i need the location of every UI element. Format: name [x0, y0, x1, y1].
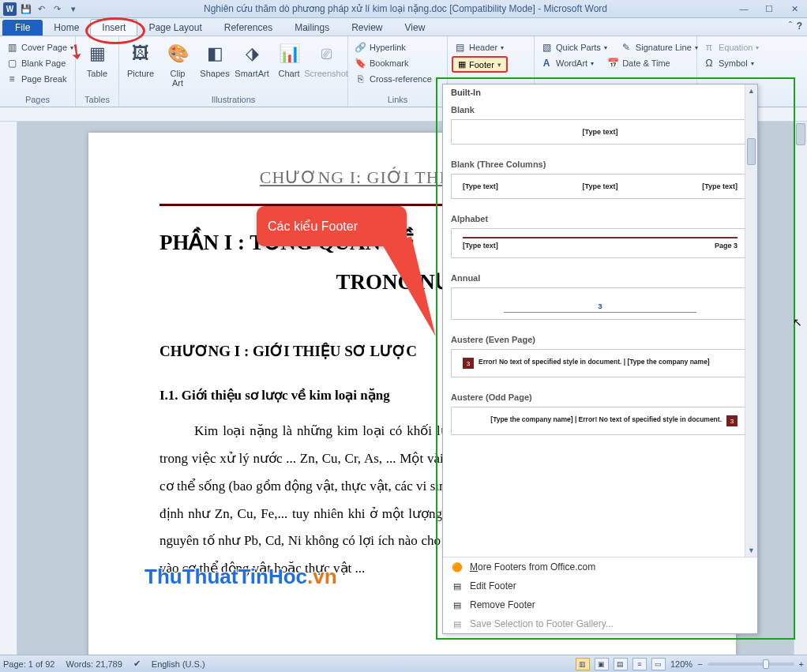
remove-icon: ▤ — [451, 599, 464, 611]
zoom-slider-thumb[interactable] — [763, 659, 769, 669]
gallery-item-austere-even[interactable]: Austere (Even Page) 3 Error! No text of … — [443, 330, 757, 388]
header-icon: ▤ — [453, 41, 466, 54]
remove-footer-link[interactable]: ▤Remove Footer — [443, 595, 757, 614]
gallery-item-alphabet[interactable]: Alphabet [Type text]Page 3 — [443, 209, 757, 268]
redo-icon[interactable]: ↷ — [51, 2, 64, 16]
footer-gallery: Built-In Blank [Type text] Blank (Three … — [442, 84, 758, 634]
group-pages: ▥Cover Page▾ ▢Blank Page ≡Page Break Pag… — [0, 36, 76, 107]
gallery-scroll-up-icon[interactable]: ▲ — [745, 84, 757, 97]
screenshot-button[interactable]: ⎚Screenshot — [309, 38, 343, 78]
office-icon: 🟠 — [451, 561, 464, 573]
vertical-ruler[interactable] — [0, 122, 17, 655]
quick-parts-button[interactable]: ▧Quick Parts▾ — [539, 40, 609, 54]
gallery-item-austere-odd[interactable]: Austere (Odd Page) [Type the company nam… — [443, 388, 757, 445]
gallery-scrollbar[interactable]: ▲ ▼ — [745, 84, 757, 557]
footer-gallery-list[interactable]: Built-In Blank [Type text] Blank (Three … — [443, 84, 757, 557]
annotation-callout: Các kiểu Footer — [257, 206, 407, 246]
gallery-preview-blank: [Type text] — [451, 119, 749, 145]
undo-icon[interactable]: ↶ — [35, 2, 48, 16]
smartart-icon: ⬗ — [239, 41, 265, 66]
shapes-button[interactable]: ◧Shapes — [197, 38, 232, 78]
gallery-preview-annual: 3 — [451, 287, 749, 320]
view-outline-button[interactable]: ≡ — [632, 658, 647, 670]
qat-customize-icon[interactable]: ▾ — [66, 2, 80, 16]
wordart-button[interactable]: AWordArt▾ — [539, 56, 595, 70]
gallery-scroll-down-icon[interactable]: ▼ — [745, 544, 757, 557]
date-time-icon: 📅 — [606, 57, 619, 69]
clip-art-button[interactable]: 🎨Clip Art — [160, 38, 195, 88]
smartart-button[interactable]: ⬗SmartArt — [235, 38, 269, 78]
gallery-preview-austere-odd: [Type the company name] | Error! No text… — [451, 407, 749, 435]
status-proofing-icon[interactable]: ✔ — [133, 659, 141, 669]
page-break-button[interactable]: ≡Page Break — [4, 72, 68, 86]
tab-view[interactable]: View — [394, 20, 437, 36]
zoom-slider[interactable] — [708, 663, 794, 666]
footer-button[interactable]: ▦ Footer ▾ — [452, 56, 508, 73]
cross-reference-icon: ⎘ — [354, 73, 366, 85]
help-icon[interactable]: ? — [797, 21, 802, 32]
gallery-preview-alphabet: [Type text]Page 3 — [451, 228, 749, 258]
view-print-layout-button[interactable]: ▥ — [576, 658, 590, 670]
group-links: 🔗Hyperlink 🔖Bookmark ⎘Cross-reference Li… — [348, 36, 448, 107]
header-button[interactable]: ▤Header▾ — [452, 40, 505, 54]
signature-line-button[interactable]: ✎Signature Line▾ — [618, 40, 700, 54]
date-time-button[interactable]: 📅Date & Time — [605, 56, 672, 70]
view-draft-button[interactable]: ▭ — [651, 658, 666, 670]
tab-home[interactable]: Home — [43, 20, 90, 36]
gallery-scrollbar-thumb[interactable] — [747, 138, 756, 165]
equation-button[interactable]: πEquation▾ — [701, 40, 760, 54]
shapes-icon: ◧ — [202, 41, 227, 66]
bookmark-button[interactable]: 🔖Bookmark — [352, 56, 411, 70]
minimize-ribbon-icon[interactable]: ˆ — [789, 21, 792, 32]
group-tables: ▦ Table Tables — [76, 36, 119, 107]
scrollbar-thumb[interactable] — [796, 123, 805, 145]
picture-button[interactable]: 🖼Picture — [123, 38, 158, 78]
mouse-cursor-icon: ↖ — [793, 316, 802, 328]
status-words[interactable]: Words: 21,789 — [66, 659, 122, 669]
tab-review[interactable]: Review — [340, 20, 393, 36]
quick-access-toolbar: W 💾 ↶ ↷ ▾ — [0, 2, 80, 16]
zoom-out-button[interactable]: − — [697, 659, 702, 669]
zoom-level[interactable]: 120% — [670, 659, 693, 669]
maximize-button[interactable]: ☐ — [756, 0, 782, 17]
gallery-footer-menu: 🟠More Footers from Office.com ▤Edit Foot… — [443, 557, 757, 633]
tab-mailings[interactable]: Mailings — [283, 20, 340, 36]
view-full-screen-button[interactable]: ▣ — [595, 658, 609, 670]
word-app-icon[interactable]: W — [3, 2, 17, 16]
hyperlink-icon: 🔗 — [354, 41, 366, 54]
more-footers-link[interactable]: 🟠More Footers from Office.com — [443, 557, 757, 576]
status-page[interactable]: Page: 1 of 92 — [3, 659, 54, 669]
gallery-item-blank-three[interactable]: Blank (Three Columns) [Type text] [Type … — [443, 155, 757, 209]
callout-text: Các kiểu Footer — [268, 220, 358, 233]
save-icon[interactable]: 💾 — [19, 2, 32, 16]
picture-icon: 🖼 — [128, 41, 153, 66]
tab-page-layout[interactable]: Page Layout — [137, 20, 212, 36]
gallery-preview-austere-even: 3 Error! No text of specified style in d… — [451, 349, 749, 377]
status-bar: Page: 1 of 92 Words: 21,789 ✔ English (U… — [0, 655, 807, 672]
vertical-scrollbar[interactable] — [794, 122, 807, 655]
view-web-layout-button[interactable]: ▤ — [614, 658, 628, 670]
cross-reference-button[interactable]: ⎘Cross-reference — [352, 72, 434, 86]
symbol-button[interactable]: ΩSymbol▾ — [701, 56, 756, 70]
gallery-item-blank[interactable]: Blank [Type text] — [443, 100, 757, 155]
status-language[interactable]: English (U.S.) — [152, 659, 205, 669]
tab-insert[interactable]: Insert — [90, 19, 137, 36]
hyperlink-button[interactable]: 🔗Hyperlink — [352, 40, 407, 54]
minimize-button[interactable]: — — [731, 0, 756, 17]
window-controls: — ☐ ✕ — [731, 0, 807, 17]
blank-page-button[interactable]: ▢Blank Page — [4, 56, 67, 70]
file-tab[interactable]: File — [2, 20, 43, 36]
table-button[interactable]: ▦ Table — [80, 38, 114, 78]
edit-footer-link[interactable]: ▤Edit Footer — [443, 576, 757, 595]
chevron-down-icon: ▾ — [497, 61, 501, 69]
bookmark-icon: 🔖 — [354, 57, 366, 69]
group-label-links: Links — [352, 94, 443, 105]
cover-page-button[interactable]: ▥Cover Page▾ — [4, 40, 75, 54]
zoom-in-button[interactable]: + — [799, 659, 804, 669]
save-selection-link: ▤Save Selection to Footer Gallery... — [443, 614, 757, 633]
tab-references[interactable]: References — [213, 20, 283, 36]
chart-button[interactable]: 📊Chart — [272, 38, 306, 78]
close-button[interactable]: ✕ — [782, 0, 807, 17]
gallery-item-annual[interactable]: Annual 3 — [443, 268, 757, 330]
cover-page-icon: ▥ — [6, 41, 18, 54]
